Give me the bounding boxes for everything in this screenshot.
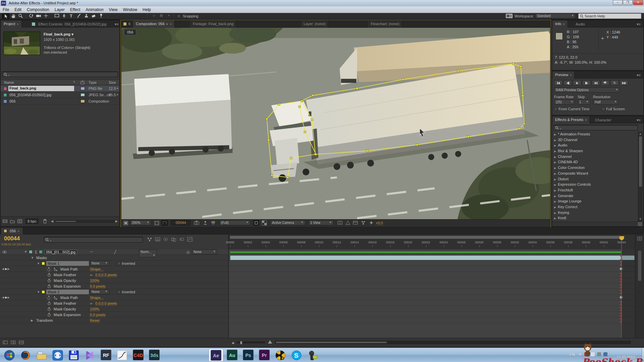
project-search-input[interactable]: ▾ (2, 71, 118, 77)
pen-tool-icon[interactable] (60, 13, 68, 19)
property-value[interactable]: 100% (90, 279, 99, 283)
firefox[interactable] (18, 349, 33, 362)
mask-vertex[interactable] (312, 95, 314, 97)
project-row[interactable]: Final_back.pngPNG file12.0▲ (1, 85, 119, 92)
mask-vertex[interactable] (304, 131, 306, 133)
effects-category--animation-presets[interactable]: ▶* Animation Presets (552, 132, 637, 137)
fast-preview-icon[interactable] (345, 221, 350, 226)
track-row[interactable] (229, 289, 635, 295)
menu-window[interactable]: Window (120, 6, 140, 13)
draft-3d-icon[interactable]: 3D (155, 237, 160, 242)
effects-panel-menu-icon[interactable]: ▾≡ (637, 118, 641, 122)
property-row-mask-expansion[interactable]: Mask Expansion0.0 pixels (0, 284, 228, 289)
parent-pickwhip-icon[interactable]: ◎ (186, 250, 190, 254)
effects-category-blur-sharpen[interactable]: ▶Blur & Sharpen (552, 148, 637, 154)
loop-button[interactable]: ↻ (610, 80, 619, 85)
new-composition-icon[interactable] (17, 219, 22, 224)
tab-info[interactable]: Info× (552, 20, 568, 27)
stopwatch-icon[interactable] (47, 284, 51, 289)
stopwatch-icon[interactable] (47, 279, 51, 283)
new-folder-icon[interactable] (10, 219, 15, 224)
clone-stamp-tool-icon[interactable] (83, 13, 90, 19)
kmplayer[interactable] (83, 349, 97, 362)
hscroll-track[interactable] (55, 220, 114, 223)
mask-vertex[interactable] (266, 118, 268, 120)
hand-tool-icon[interactable] (9, 13, 17, 19)
tab-project[interactable]: Project× (1, 20, 22, 27)
puppet-pin-tool-icon[interactable] (97, 13, 105, 19)
twirl-icon[interactable]: ▼ (31, 256, 34, 259)
mask-vertex[interactable] (301, 100, 303, 102)
snapshot-icon[interactable] (194, 221, 199, 226)
effect-controls-icon[interactable] (32, 22, 36, 26)
axis-world-icon[interactable]: ⊞ (158, 13, 165, 19)
view-breadcrumb[interactable]: 056 (124, 29, 136, 35)
stopwatch-icon[interactable] (46, 267, 51, 272)
tab-footage[interactable]: Footage: Final_back.png (190, 20, 236, 27)
first-frame-button[interactable] (554, 80, 562, 85)
keyframe-nav[interactable]: ◀◆▶ (2, 267, 10, 270)
language-indicator[interactable]: EN (570, 353, 575, 357)
mask-inverted-checkbox[interactable]: Inverted (117, 290, 135, 294)
motion-blur-icon[interactable] (179, 237, 184, 242)
column-name[interactable]: Name (4, 80, 14, 84)
track-area[interactable] (228, 249, 635, 338)
mask-vertex[interactable] (299, 106, 301, 108)
property-value[interactable]: 0.0 pixels (90, 313, 105, 317)
start-button[interactable] (2, 349, 17, 362)
property-row-mask-feather[interactable]: Mask Feather∞0.0,0.0 pixels (0, 272, 228, 278)
menu-layer[interactable]: Layer (52, 6, 67, 13)
pan-behind-tool-icon[interactable] (42, 13, 50, 19)
link-dimensions-icon[interactable]: ∞ (90, 273, 93, 277)
effects-category-cinema-4d[interactable]: ▶CINEMA 4D (552, 160, 637, 165)
timeline-tab[interactable]: 056× (1, 227, 23, 234)
new-preset-icon[interactable] (638, 222, 642, 227)
expand-transfer-icon[interactable] (11, 340, 16, 345)
zoom-in-mountain-icon[interactable] (268, 340, 272, 345)
link-dimensions-icon[interactable]: ∞ (90, 301, 93, 305)
property-row-mask-opacity[interactable]: Mask Opacity100% (0, 278, 228, 283)
timeline-button-icon[interactable] (353, 221, 358, 226)
interpret-footage-icon[interactable] (3, 219, 7, 224)
prev-frame-button[interactable] (564, 80, 572, 85)
mask-vertex[interactable] (519, 127, 521, 129)
comp-button-icon[interactable] (637, 237, 642, 241)
track-row[interactable] (229, 255, 635, 260)
hscroll-left-icon[interactable]: ◀ (51, 220, 53, 223)
snapping-checkbox[interactable] (177, 14, 180, 18)
camera-dropdown[interactable]: Active Camera▼ (270, 220, 305, 225)
stopwatch-icon[interactable] (47, 307, 51, 312)
effects-search-input[interactable]: ▾ (553, 125, 638, 130)
windows-explorer[interactable] (34, 349, 49, 362)
layer-quality-icon[interactable]: ⊶ (90, 250, 93, 253)
tab-character[interactable]: Character (595, 118, 611, 122)
tab-layer[interactable]: Layer: (none) (301, 20, 328, 27)
preview-panel-menu-icon[interactable]: ▾≡ (637, 73, 641, 77)
effects-scrollbar[interactable]: ▲ ▼ (638, 132, 643, 222)
skype[interactable]: S (289, 349, 304, 362)
photoshop[interactable]: Ps (241, 349, 256, 362)
track-row[interactable] (229, 295, 635, 300)
project-row[interactable]: 056_[010458-010502].jpgJPEG Se...ce65.5▲ (1, 92, 119, 98)
mask-color-swatch[interactable] (42, 262, 45, 265)
scroll-down-icon[interactable]: ▼ (639, 218, 642, 221)
hscroll-right-icon[interactable]: ▶ (115, 220, 118, 223)
mask-vertex[interactable] (416, 144, 418, 146)
stopwatch-icon[interactable] (47, 273, 51, 278)
scroll-up-icon[interactable]: ▲ (639, 132, 642, 135)
effects-category-audio[interactable]: ▶Audio (552, 143, 637, 148)
stopwatch-icon[interactable] (47, 301, 51, 306)
twirl-icon[interactable]: ▼ (37, 290, 40, 294)
transform-row[interactable]: ▶TransformReset (0, 318, 228, 323)
mask-2-row[interactable]: ▼Mask 2None▼ Inverted (0, 289, 228, 295)
composition-viewport[interactable]: 056 (121, 28, 550, 219)
tab-effects-presets[interactable]: Effects & Presets× (552, 116, 590, 123)
label-column-icon[interactable] (80, 80, 85, 85)
layer-label-swatch[interactable] (29, 250, 33, 254)
layer-eye-icon[interactable] (2, 250, 7, 254)
effects-category-3d-channel[interactable]: ▶3D Channel (552, 137, 637, 143)
floppy-save-app[interactable] (66, 349, 81, 362)
menu-file[interactable]: File (0, 6, 12, 13)
mask-vertex[interactable] (314, 153, 316, 155)
effects-category-frischluft[interactable]: ▶Frischluft (552, 188, 637, 193)
